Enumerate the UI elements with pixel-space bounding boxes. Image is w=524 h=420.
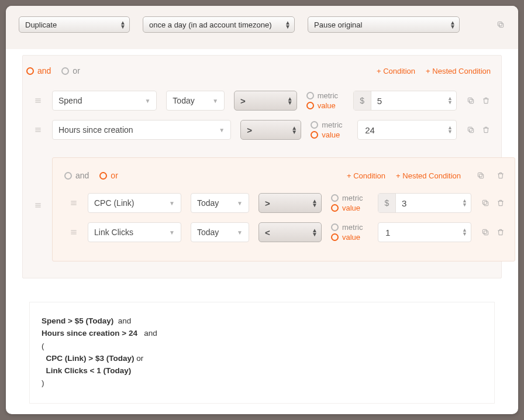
value-input[interactable]: 1 xyxy=(378,222,471,242)
summary-text: ) xyxy=(42,378,44,387)
compare-metric-label: metric xyxy=(318,91,338,100)
svg-rect-16 xyxy=(478,173,482,177)
stepper-icon xyxy=(312,228,318,236)
compare-metric-radio[interactable]: metric xyxy=(306,91,344,100)
nested-logic-and-radio[interactable]: and xyxy=(64,171,89,180)
duplicate-group-icon[interactable] xyxy=(476,171,485,180)
nested-condition-group: and or + Condition + Nested Condition xyxy=(52,157,515,261)
compare-metric-radio[interactable]: metric xyxy=(311,121,348,129)
metric-select[interactable]: CPC (Link) ▼ xyxy=(88,193,181,213)
condition-row: Link Clicks ▼ Today ▼ < metric xyxy=(62,218,505,247)
delete-row-icon[interactable] xyxy=(496,228,505,237)
timerange-select[interactable]: Today ▼ xyxy=(191,193,249,213)
drag-handle-icon[interactable] xyxy=(69,198,78,208)
chevron-down-icon: ▼ xyxy=(219,127,225,133)
value-number: 3 xyxy=(396,198,471,208)
value-number: 24 xyxy=(358,125,456,135)
logic-and-radio[interactable]: and xyxy=(26,66,51,75)
timerange-select[interactable]: Today ▼ xyxy=(166,91,225,111)
delete-group-icon[interactable] xyxy=(496,171,505,180)
delete-row-icon[interactable] xyxy=(481,125,491,135)
svg-rect-21 xyxy=(482,200,487,204)
add-nested-condition-link[interactable]: + Nested Condition xyxy=(426,67,491,75)
drag-handle-icon[interactable] xyxy=(69,228,78,237)
add-condition-link[interactable]: + Condition xyxy=(347,171,385,180)
value-number: 1 xyxy=(378,228,471,237)
value-input[interactable]: $ 5 xyxy=(353,91,457,111)
radio-icon xyxy=(64,172,72,180)
stepper-icon xyxy=(285,20,291,29)
metric-select[interactable]: Link Clicks ▼ xyxy=(88,222,181,242)
value-input[interactable]: 24 xyxy=(357,120,457,140)
frequency-select[interactable]: once a day (in ad account timezone) xyxy=(143,16,295,33)
add-condition-link[interactable]: + Condition xyxy=(377,67,415,75)
duplicate-rule-icon[interactable] xyxy=(496,20,505,29)
nested-logic-or-radio[interactable]: or xyxy=(99,171,118,180)
logic-or-radio[interactable]: or xyxy=(61,66,80,75)
svg-rect-25 xyxy=(484,231,488,235)
chevron-down-icon: ▼ xyxy=(212,98,218,104)
timerange-select[interactable]: Today ▼ xyxy=(191,222,249,242)
delete-row-icon[interactable] xyxy=(481,96,491,105)
stepper-icon xyxy=(287,97,293,105)
metric-select-value: Spend xyxy=(58,96,82,105)
svg-rect-15 xyxy=(480,174,484,178)
summary-text: ( xyxy=(42,342,44,350)
chevron-down-icon: ▼ xyxy=(237,200,243,206)
radio-icon xyxy=(331,204,339,212)
logic-and-label: and xyxy=(75,171,89,180)
then-select[interactable]: Pause original xyxy=(308,16,460,33)
svg-rect-0 xyxy=(499,23,504,27)
drag-handle-icon[interactable] xyxy=(33,125,43,135)
duplicate-row-icon[interactable] xyxy=(481,228,490,237)
value-input[interactable]: $ 3 xyxy=(378,193,471,213)
stepper-icon xyxy=(312,199,318,207)
compare-value-radio[interactable]: value xyxy=(311,130,348,139)
chevron-down-icon: ▼ xyxy=(169,200,175,206)
radio-icon xyxy=(99,172,107,180)
compare-value-label: value xyxy=(342,204,360,212)
svg-rect-5 xyxy=(470,99,474,104)
svg-rect-11 xyxy=(468,127,472,131)
operator-select[interactable]: > xyxy=(234,91,297,111)
drag-handle-icon[interactable] xyxy=(33,96,43,105)
chevron-down-icon: ▼ xyxy=(169,229,175,236)
compare-metric-radio[interactable]: metric xyxy=(331,194,368,202)
compare-metric-label: metric xyxy=(342,194,363,202)
radio-icon xyxy=(306,102,314,109)
condition-row: Spend ▼ Today ▼ > metric value $ 5 xyxy=(23,86,501,115)
svg-rect-26 xyxy=(482,229,487,233)
operator-select[interactable]: > xyxy=(258,193,322,213)
metric-select-value: CPC (Link) xyxy=(94,198,134,208)
summary-text: and xyxy=(137,329,157,338)
add-nested-condition-link[interactable]: + Nested Condition xyxy=(396,171,461,180)
logic-or-label: or xyxy=(111,171,118,180)
delete-row-icon[interactable] xyxy=(496,198,505,208)
logic-or-label: or xyxy=(73,66,80,75)
drag-handle-icon[interactable] xyxy=(33,201,43,210)
compare-value-radio[interactable]: value xyxy=(331,233,368,242)
action-select[interactable]: Duplicate xyxy=(19,16,130,33)
rule-summary: Spend > $5 (Today) and Hours since creat… xyxy=(29,302,495,404)
conditions-panel: and or + Condition + Nested Condition Sp… xyxy=(22,55,502,278)
chevron-down-icon: ▼ xyxy=(144,98,150,104)
top-settings-bar: Duplicate once a day (in ad account time… xyxy=(6,6,518,49)
compare-value-radio[interactable]: value xyxy=(306,101,344,110)
compare-value-label: value xyxy=(318,101,336,110)
operator-select[interactable]: < xyxy=(258,222,322,242)
metric-select[interactable]: Hours since creation ▼ xyxy=(52,120,231,140)
radio-icon xyxy=(331,194,339,202)
operator-select[interactable]: > xyxy=(240,120,301,140)
metric-select[interactable]: Spend ▼ xyxy=(52,91,157,111)
stepper-icon xyxy=(291,126,297,134)
svg-rect-6 xyxy=(468,98,472,102)
currency-prefix: $ xyxy=(354,91,371,110)
compare-metric-radio[interactable]: metric xyxy=(331,223,368,232)
duplicate-row-icon[interactable] xyxy=(481,198,490,208)
compare-value-radio[interactable]: value xyxy=(331,204,368,212)
duplicate-row-icon[interactable] xyxy=(466,96,475,105)
radio-icon xyxy=(311,121,318,129)
duplicate-row-icon[interactable] xyxy=(466,125,475,135)
frequency-select-value: once a day (in ad account timezone) xyxy=(149,20,272,29)
condition-row: Hours since creation ▼ > metric value 24 xyxy=(23,115,501,144)
